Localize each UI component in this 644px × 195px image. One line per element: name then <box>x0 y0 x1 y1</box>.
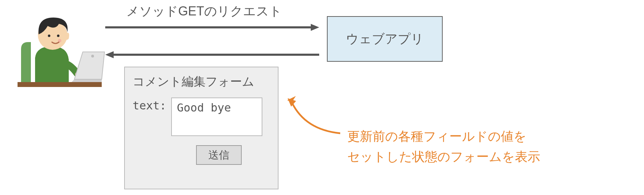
annotation-line-1: 更新前の各種フィールドの値を <box>347 126 540 147</box>
text-field-input[interactable]: Good bye <box>171 98 262 136</box>
annotation-arrow-icon <box>284 95 340 137</box>
form-row: text: Good bye <box>133 98 270 136</box>
form-title: コメント編集フォーム <box>133 74 270 90</box>
svg-point-5 <box>48 35 51 37</box>
form-button-row: 送信 <box>168 145 270 165</box>
svg-rect-0 <box>18 82 102 87</box>
submit-button[interactable]: 送信 <box>196 145 242 165</box>
svg-point-4 <box>57 35 60 37</box>
text-field-label: text: <box>133 98 166 112</box>
response-arrow-left-icon <box>105 51 319 58</box>
svg-point-7 <box>91 55 94 58</box>
webapp-box: ウェブアプリ <box>327 16 443 62</box>
comment-edit-form: コメント編集フォーム text: Good bye 送信 <box>124 67 279 189</box>
svg-point-3 <box>63 34 69 40</box>
user-at-laptop-illustration <box>14 7 105 98</box>
request-arrow-right-icon <box>105 24 319 31</box>
annotation-text: 更新前の各種フィールドの値を セットした状態のフォームを表示 <box>347 126 540 167</box>
request-arrow-label: メソッドGETのリクエスト <box>126 3 282 20</box>
svg-marker-9 <box>311 24 319 31</box>
webapp-label: ウェブアプリ <box>346 31 424 48</box>
svg-marker-11 <box>105 51 114 58</box>
annotation-line-2: セットした状態のフォームを表示 <box>347 147 540 167</box>
